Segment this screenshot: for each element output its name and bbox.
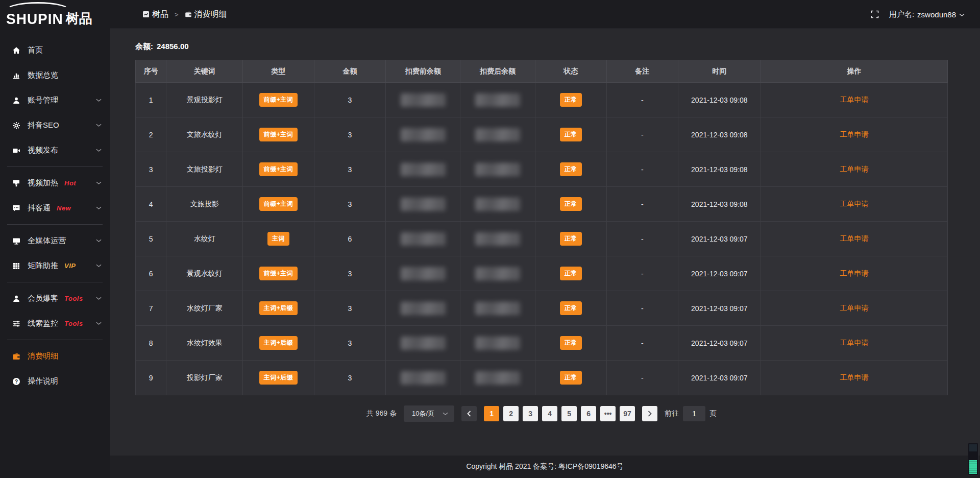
row-time: 2021-12-03 09:07 <box>678 361 761 395</box>
sidebar-item-instructions[interactable]: ?操作说明 <box>0 369 110 394</box>
row-balance-after <box>460 256 535 291</box>
user-icon <box>12 295 21 303</box>
table-row: 5水纹灯主词6正常-2021-12-03 09:07工单申请 <box>136 222 948 256</box>
sidebar-item-account-management[interactable]: 账号管理 <box>0 88 110 113</box>
work-order-link[interactable]: 工单申请 <box>840 165 869 173</box>
chevron-down-icon <box>959 13 965 17</box>
pager-page-5[interactable]: 5 <box>561 406 577 421</box>
pager-page-6[interactable]: 6 <box>581 406 596 421</box>
row-status-cell: 正常 <box>535 291 606 326</box>
status-badge: 正常 <box>560 371 582 385</box>
row-type-cell: 前缀+主词 <box>243 187 314 222</box>
pager-ellipsis[interactable]: ••• <box>600 406 616 421</box>
breadcrumb-home[interactable]: 树品 <box>142 9 168 20</box>
work-order-link[interactable]: 工单申请 <box>840 373 869 381</box>
row-balance-after <box>460 291 535 326</box>
row-type-cell: 主词+后缀 <box>243 326 314 361</box>
work-order-link[interactable]: 工单申请 <box>840 95 869 104</box>
work-order-link[interactable]: 工单申请 <box>840 269 869 277</box>
work-order-link[interactable]: 工单申请 <box>840 339 869 347</box>
sidebar-item-member-baoke[interactable]: 会员爆客Tools <box>0 286 110 311</box>
pager-page-97[interactable]: 97 <box>620 406 635 421</box>
row-status-cell: 正常 <box>535 83 606 117</box>
stats-widget <box>968 443 978 475</box>
work-order-link[interactable]: 工单申请 <box>840 234 869 243</box>
copyright-text: Copyright 树品 2021 备案号: 粤ICP备09019646号 <box>466 462 623 471</box>
row-type-cell: 前缀+主词 <box>243 117 314 152</box>
sidebar-item-label: 视频发布 <box>28 146 58 155</box>
row-status-cell: 正常 <box>535 117 606 152</box>
chevron-down-icon <box>96 206 102 210</box>
row-balance-before <box>386 291 460 326</box>
row-balance-before <box>386 152 460 187</box>
user-menu[interactable]: 用户名: zswodun88 <box>889 10 965 19</box>
chevron-down-icon <box>96 322 102 325</box>
sidebar-item-data-overview[interactable]: 数据总览 <box>0 63 110 88</box>
row-type-cell: 前缀+主词 <box>243 256 314 291</box>
row-type-cell: 主词+后缀 <box>243 361 314 395</box>
goto-page-input[interactable] <box>683 406 705 421</box>
pager-prev-button[interactable] <box>461 406 477 421</box>
masked-balance-after <box>475 128 520 141</box>
pager-page-3[interactable]: 3 <box>523 406 538 421</box>
work-order-link[interactable]: 工单申请 <box>840 304 869 312</box>
column-header: 操作 <box>761 60 948 83</box>
status-badge: 正常 <box>560 93 582 107</box>
sidebar-item-omni-media[interactable]: 全媒体运营 <box>0 228 110 253</box>
sidebar-item-matrix-boost[interactable]: 矩阵助推VIP <box>0 253 110 278</box>
row-balance-after <box>460 187 535 222</box>
sidebar-item-douyin-seo[interactable]: 抖音SEO <box>0 113 110 138</box>
wallet-icon <box>185 11 192 18</box>
work-order-link[interactable]: 工单申请 <box>840 200 869 208</box>
fullscreen-icon[interactable] <box>871 10 879 18</box>
row-time: 2021-12-03 09:08 <box>678 117 761 152</box>
sidebar-item-video-heat[interactable]: 视频加热Hot <box>0 171 110 196</box>
sidebar-item-consumption-detail[interactable]: 消费明细 <box>0 344 110 369</box>
row-index: 5 <box>136 222 166 256</box>
sidebar-item-douketong[interactable]: 抖客通New <box>0 196 110 221</box>
sidebar-item-home[interactable]: 首页 <box>0 38 110 63</box>
breadcrumb-home-label: 树品 <box>152 9 168 20</box>
page-size-select[interactable]: 10条/页 <box>404 405 454 422</box>
sidebar-item-label: 首页 <box>28 45 43 55</box>
masked-balance-before <box>401 302 446 315</box>
footer: Copyright 树品 2021 备案号: 粤ICP备09019646号 <box>110 456 980 478</box>
row-keyword: 文旅水纹灯 <box>166 117 243 152</box>
column-header: 备注 <box>606 60 678 83</box>
row-time: 2021-12-03 09:08 <box>678 152 761 187</box>
chevron-down-icon <box>96 239 102 243</box>
type-badge: 主词+后缀 <box>259 301 298 315</box>
pager-page-4[interactable]: 4 <box>542 406 557 421</box>
row-action-cell: 工单申请 <box>761 83 948 117</box>
column-header: 类型 <box>243 60 314 83</box>
breadcrumb-current[interactable]: 消费明细 <box>185 9 227 20</box>
type-badge: 主词 <box>267 232 289 246</box>
pager-page-2[interactable]: 2 <box>503 406 519 421</box>
row-amount: 3 <box>314 326 386 361</box>
sidebar-item-clue-monitor[interactable]: 线索监控Tools <box>0 311 110 336</box>
content-spacer <box>135 422 948 445</box>
row-balance-after <box>460 361 535 395</box>
row-time: 2021-12-03 09:08 <box>678 187 761 222</box>
status-badge: 正常 <box>560 267 582 280</box>
goto-unit: 页 <box>709 409 717 418</box>
username-prefix: 用户名: <box>889 10 914 19</box>
row-remark: - <box>606 256 678 291</box>
chevron-down-icon <box>96 99 102 102</box>
table-header-row: 序号关键词类型金额扣费前余额扣费后余额状态备注时间操作 <box>136 60 948 83</box>
status-badge: 正常 <box>560 128 582 141</box>
table-row: 1景观投影灯前缀+主词3正常-2021-12-03 09:08工单申请 <box>136 83 948 117</box>
main-area: 树品 > 消费明细 用户名: zswodun88 余额:24856.00 <box>110 0 980 478</box>
stats-widget-header <box>969 444 977 451</box>
question-icon: ? <box>12 377 21 386</box>
chevron-down-icon <box>96 124 102 127</box>
row-balance-after <box>460 152 535 187</box>
row-keyword: 景观水纹灯 <box>166 256 243 291</box>
pager-next-button[interactable] <box>642 406 657 421</box>
pagination: 共 969 条 10条/页 123456•••97 前往 页 <box>135 405 948 422</box>
masked-balance-after <box>475 93 520 107</box>
pager-page-1[interactable]: 1 <box>484 406 499 421</box>
work-order-link[interactable]: 工单申请 <box>840 130 869 138</box>
sidebar-item-video-publish[interactable]: 视频发布 <box>0 138 110 163</box>
type-badge: 主词+后缀 <box>259 336 298 350</box>
